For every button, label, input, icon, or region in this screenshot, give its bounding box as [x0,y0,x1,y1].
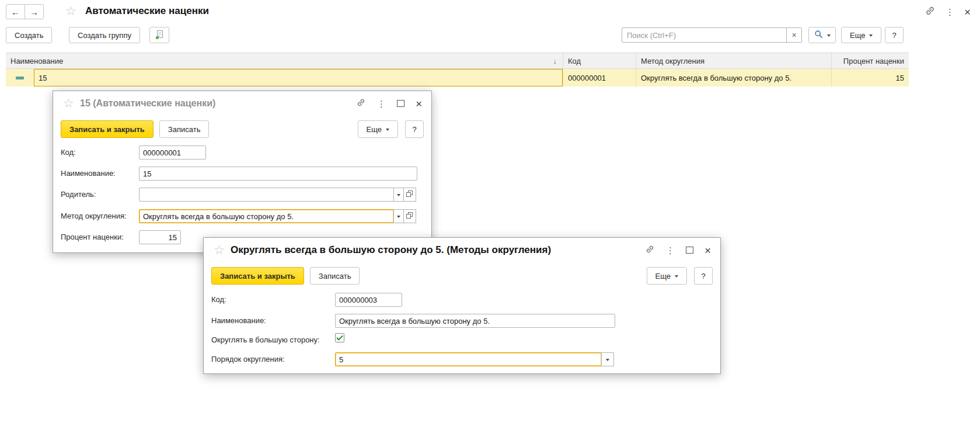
more-menu-icon[interactable]: ⋮ [666,246,675,255]
create-by-copy-button[interactable] [149,27,169,43]
chevron-down-icon [675,275,678,278]
method-field[interactable] [139,209,394,223]
more-button[interactable]: Еще [358,120,398,138]
order-dropdown-button[interactable] [601,352,614,366]
maximize-icon[interactable] [397,100,404,107]
dialog-star-icon[interactable]: ☆ [214,244,225,256]
cell-percent[interactable]: 15 [832,69,909,86]
code-field[interactable] [139,146,206,160]
save-and-close-button[interactable]: Записать и закрыть [211,267,304,285]
help-button[interactable]: ? [694,267,713,285]
create-group-button-label: Создать группу [78,31,131,40]
method-open-button[interactable] [403,209,416,223]
dialog-command-bar-right: Еще ? [647,267,713,285]
chevron-down-icon [397,216,400,218]
cell-method[interactable]: Округлять всегда в большую сторону до 5. [636,69,832,86]
order-label: Порядок округления: [211,355,285,363]
checkmark-icon [336,334,343,342]
forward-button[interactable]: → [25,4,44,19]
name-field[interactable] [335,314,615,328]
dialog-rounding-method: ☆ Округлять всегда в большую сторону до … [203,237,721,374]
more-menu-icon[interactable]: ⋮ [377,99,386,108]
name-field[interactable] [139,167,417,181]
cell-name[interactable]: 15 [34,69,563,86]
catalog-item-icon [16,77,24,79]
more-menu-icon[interactable]: ⋮ [946,8,954,16]
search-clear-button[interactable]: × [786,27,802,43]
parent-open-button[interactable] [403,188,416,202]
round-up-checkbox[interactable] [335,333,344,342]
cell-code[interactable]: 000000001 [563,69,636,86]
more-button[interactable]: Еще [841,27,881,43]
more-button[interactable]: Еще [647,267,687,285]
help-button-label: ? [701,272,705,280]
close-icon[interactable]: × [416,98,422,109]
parent-dropdown-button[interactable] [393,188,404,202]
save-and-close-label: Записать и закрыть [69,125,145,134]
cell-percent-value: 15 [896,74,904,82]
dialog-title: 15 (Автоматические наценки) [80,98,215,109]
column-header-method[interactable]: Метод округления [636,53,832,68]
dialog-star-icon[interactable]: ☆ [63,97,74,109]
save-button[interactable]: Записать [159,120,210,138]
cell-name-value: 15 [39,74,47,82]
link-icon[interactable] [925,5,936,18]
more-button-label: Еще [850,31,865,40]
dialog-title: Округлять всегда в большую сторону до 5.… [231,244,551,256]
search-icon [814,30,823,40]
dialog-command-bar: Записать и закрыть Записать [211,267,360,285]
cell-code-value: 000000001 [568,74,606,82]
column-header-method-label: Метод округления [641,57,705,65]
table-row[interactable]: 15 000000001 Округлять всегда в большую … [6,69,909,86]
sort-desc-icon: ↓ [553,57,559,65]
name-label: Наименование: [61,169,116,178]
create-button[interactable]: Создать [6,27,52,43]
table-header: Наименование ↓ Код Метод округления Проц… [6,53,909,69]
more-button-label: Еще [367,125,382,134]
dialog-markup-element: ☆ 15 (Автоматические наценки) ⋮ × Записа… [53,91,432,253]
search-button[interactable] [808,27,836,43]
search-area: × [622,27,802,43]
back-button[interactable]: ← [6,4,25,19]
round-up-label: Округлять в большую сторону: [211,335,320,344]
save-label: Записать [319,272,351,280]
code-label: Код: [61,148,76,157]
favorite-star-button[interactable]: ☆ [65,5,76,17]
method-dropdown-button[interactable] [393,209,404,223]
nav-buttons: ← → [6,4,44,19]
maximize-icon[interactable] [686,247,693,254]
close-icon[interactable]: × [964,6,971,18]
close-icon[interactable]: × [705,245,711,256]
page-title: Автоматические наценки [85,5,209,17]
app-window: ← → ☆ Автоматические наценки ⋮ × Создать… [0,0,980,426]
help-button[interactable]: ? [885,27,904,43]
column-header-name[interactable]: Наименование ↓ [6,53,563,68]
save-label: Записать [168,125,201,134]
name-label: Наименование: [211,316,266,325]
create-group-button[interactable]: Создать группу [69,27,140,43]
window-controls: ⋮ × [925,5,971,18]
link-icon[interactable] [645,244,655,256]
save-and-close-label: Записать и закрыть [220,272,295,280]
parent-field[interactable] [139,188,394,202]
order-field[interactable] [335,352,602,366]
code-field[interactable] [335,293,402,307]
help-button-label: ? [892,31,896,40]
chevron-down-icon [827,34,831,37]
dialog-command-bar-right: Еще ? [358,120,424,138]
link-icon[interactable] [356,98,366,109]
open-value-icon [406,212,413,221]
percent-field[interactable] [139,230,181,244]
search-input[interactable] [622,27,787,43]
column-header-code-label: Код [568,57,581,65]
column-header-percent[interactable]: Процент наценки [832,53,909,68]
chevron-down-icon [386,129,389,131]
cell-method-value: Округлять всегда в большую сторону до 5. [641,74,791,82]
help-button[interactable]: ? [405,120,424,138]
column-header-code[interactable]: Код [563,53,636,68]
method-label: Метод округления: [61,212,127,220]
column-header-name-label: Наименование [11,57,63,65]
save-button[interactable]: Записать [310,267,360,285]
save-and-close-button[interactable]: Записать и закрыть [61,120,154,138]
clear-icon: × [791,30,796,40]
